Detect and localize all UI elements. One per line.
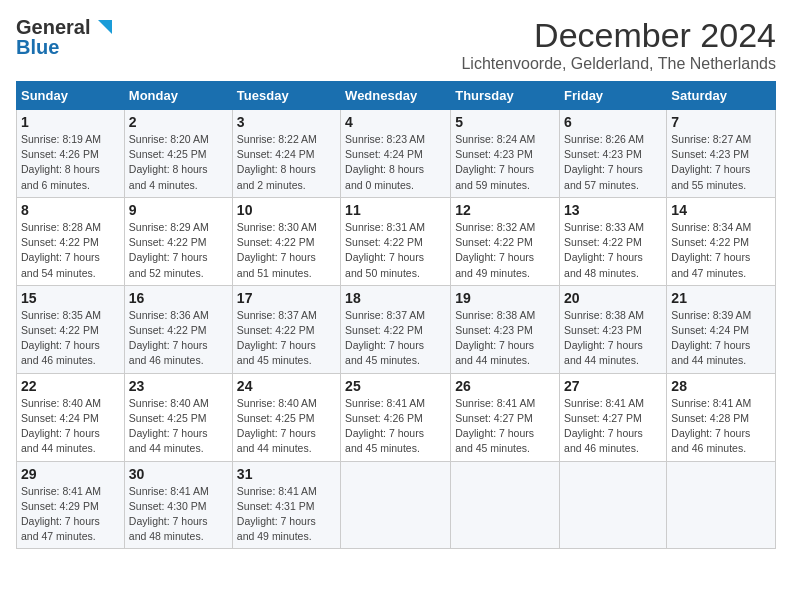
day-detail: Sunrise: 8:29 AMSunset: 4:22 PMDaylight:… [129, 220, 228, 281]
calendar-cell: 19Sunrise: 8:38 AMSunset: 4:23 PMDayligh… [451, 285, 560, 373]
calendar-week-row: 15Sunrise: 8:35 AMSunset: 4:22 PMDayligh… [17, 285, 776, 373]
day-detail: Sunrise: 8:36 AMSunset: 4:22 PMDaylight:… [129, 308, 228, 369]
day-number: 11 [345, 202, 446, 218]
day-number: 31 [237, 466, 336, 482]
day-number: 18 [345, 290, 446, 306]
day-number: 6 [564, 114, 662, 130]
day-number: 21 [671, 290, 771, 306]
calendar-cell [341, 461, 451, 549]
calendar-cell [667, 461, 776, 549]
day-detail: Sunrise: 8:40 AMSunset: 4:25 PMDaylight:… [129, 396, 228, 457]
title-area: December 2024 Lichtenvoorde, Gelderland,… [461, 16, 776, 73]
calendar-cell: 18Sunrise: 8:37 AMSunset: 4:22 PMDayligh… [341, 285, 451, 373]
calendar-cell: 31Sunrise: 8:41 AMSunset: 4:31 PMDayligh… [232, 461, 340, 549]
day-detail: Sunrise: 8:24 AMSunset: 4:23 PMDaylight:… [455, 132, 555, 193]
day-number: 8 [21, 202, 120, 218]
day-detail: Sunrise: 8:23 AMSunset: 4:24 PMDaylight:… [345, 132, 446, 193]
day-detail: Sunrise: 8:40 AMSunset: 4:25 PMDaylight:… [237, 396, 336, 457]
calendar-cell: 23Sunrise: 8:40 AMSunset: 4:25 PMDayligh… [124, 373, 232, 461]
svg-marker-0 [98, 20, 112, 34]
day-number: 26 [455, 378, 555, 394]
day-detail: Sunrise: 8:41 AMSunset: 4:27 PMDaylight:… [455, 396, 555, 457]
day-detail: Sunrise: 8:19 AMSunset: 4:26 PMDaylight:… [21, 132, 120, 193]
calendar-cell: 17Sunrise: 8:37 AMSunset: 4:22 PMDayligh… [232, 285, 340, 373]
day-detail: Sunrise: 8:38 AMSunset: 4:23 PMDaylight:… [564, 308, 662, 369]
day-number: 30 [129, 466, 228, 482]
day-number: 2 [129, 114, 228, 130]
calendar-header-row: SundayMondayTuesdayWednesdayThursdayFrid… [17, 82, 776, 110]
day-detail: Sunrise: 8:31 AMSunset: 4:22 PMDaylight:… [345, 220, 446, 281]
day-number: 10 [237, 202, 336, 218]
day-detail: Sunrise: 8:30 AMSunset: 4:22 PMDaylight:… [237, 220, 336, 281]
day-number: 20 [564, 290, 662, 306]
calendar-cell [451, 461, 560, 549]
calendar-table: SundayMondayTuesdayWednesdayThursdayFrid… [16, 81, 776, 549]
day-detail: Sunrise: 8:41 AMSunset: 4:27 PMDaylight:… [564, 396, 662, 457]
calendar-cell: 9Sunrise: 8:29 AMSunset: 4:22 PMDaylight… [124, 197, 232, 285]
day-detail: Sunrise: 8:20 AMSunset: 4:25 PMDaylight:… [129, 132, 228, 193]
day-number: 15 [21, 290, 120, 306]
day-detail: Sunrise: 8:41 AMSunset: 4:26 PMDaylight:… [345, 396, 446, 457]
day-detail: Sunrise: 8:22 AMSunset: 4:24 PMDaylight:… [237, 132, 336, 193]
calendar-cell: 16Sunrise: 8:36 AMSunset: 4:22 PMDayligh… [124, 285, 232, 373]
day-number: 16 [129, 290, 228, 306]
day-number: 13 [564, 202, 662, 218]
day-number: 5 [455, 114, 555, 130]
calendar-body: 1Sunrise: 8:19 AMSunset: 4:26 PMDaylight… [17, 110, 776, 549]
calendar-cell: 15Sunrise: 8:35 AMSunset: 4:22 PMDayligh… [17, 285, 125, 373]
day-number: 29 [21, 466, 120, 482]
day-detail: Sunrise: 8:41 AMSunset: 4:29 PMDaylight:… [21, 484, 120, 545]
calendar-cell: 27Sunrise: 8:41 AMSunset: 4:27 PMDayligh… [560, 373, 667, 461]
day-number: 24 [237, 378, 336, 394]
logo-text: General [16, 17, 90, 37]
logo: General Blue [16, 16, 106, 59]
calendar-cell: 8Sunrise: 8:28 AMSunset: 4:22 PMDaylight… [17, 197, 125, 285]
day-detail: Sunrise: 8:38 AMSunset: 4:23 PMDaylight:… [455, 308, 555, 369]
day-number: 3 [237, 114, 336, 130]
calendar-cell: 5Sunrise: 8:24 AMSunset: 4:23 PMDaylight… [451, 110, 560, 198]
day-number: 28 [671, 378, 771, 394]
day-detail: Sunrise: 8:41 AMSunset: 4:30 PMDaylight:… [129, 484, 228, 545]
calendar-cell: 28Sunrise: 8:41 AMSunset: 4:28 PMDayligh… [667, 373, 776, 461]
day-header-monday: Monday [124, 82, 232, 110]
calendar-cell [560, 461, 667, 549]
calendar-cell: 22Sunrise: 8:40 AMSunset: 4:24 PMDayligh… [17, 373, 125, 461]
day-number: 19 [455, 290, 555, 306]
day-header-thursday: Thursday [451, 82, 560, 110]
day-detail: Sunrise: 8:32 AMSunset: 4:22 PMDaylight:… [455, 220, 555, 281]
day-header-sunday: Sunday [17, 82, 125, 110]
calendar-cell: 29Sunrise: 8:41 AMSunset: 4:29 PMDayligh… [17, 461, 125, 549]
page-subtitle: Lichtenvoorde, Gelderland, The Netherlan… [461, 55, 776, 73]
calendar-cell: 6Sunrise: 8:26 AMSunset: 4:23 PMDaylight… [560, 110, 667, 198]
day-detail: Sunrise: 8:26 AMSunset: 4:23 PMDaylight:… [564, 132, 662, 193]
calendar-cell: 14Sunrise: 8:34 AMSunset: 4:22 PMDayligh… [667, 197, 776, 285]
day-number: 12 [455, 202, 555, 218]
day-number: 9 [129, 202, 228, 218]
calendar-cell: 11Sunrise: 8:31 AMSunset: 4:22 PMDayligh… [341, 197, 451, 285]
day-header-friday: Friday [560, 82, 667, 110]
day-number: 17 [237, 290, 336, 306]
calendar-cell: 24Sunrise: 8:40 AMSunset: 4:25 PMDayligh… [232, 373, 340, 461]
calendar-week-row: 29Sunrise: 8:41 AMSunset: 4:29 PMDayligh… [17, 461, 776, 549]
day-detail: Sunrise: 8:41 AMSunset: 4:28 PMDaylight:… [671, 396, 771, 457]
day-detail: Sunrise: 8:41 AMSunset: 4:31 PMDaylight:… [237, 484, 336, 545]
calendar-cell: 25Sunrise: 8:41 AMSunset: 4:26 PMDayligh… [341, 373, 451, 461]
day-header-wednesday: Wednesday [341, 82, 451, 110]
day-detail: Sunrise: 8:35 AMSunset: 4:22 PMDaylight:… [21, 308, 120, 369]
day-header-tuesday: Tuesday [232, 82, 340, 110]
calendar-week-row: 8Sunrise: 8:28 AMSunset: 4:22 PMDaylight… [17, 197, 776, 285]
day-detail: Sunrise: 8:39 AMSunset: 4:24 PMDaylight:… [671, 308, 771, 369]
calendar-cell: 30Sunrise: 8:41 AMSunset: 4:30 PMDayligh… [124, 461, 232, 549]
day-detail: Sunrise: 8:27 AMSunset: 4:23 PMDaylight:… [671, 132, 771, 193]
day-detail: Sunrise: 8:33 AMSunset: 4:22 PMDaylight:… [564, 220, 662, 281]
day-number: 1 [21, 114, 120, 130]
day-number: 25 [345, 378, 446, 394]
day-detail: Sunrise: 8:40 AMSunset: 4:24 PMDaylight:… [21, 396, 120, 457]
day-header-saturday: Saturday [667, 82, 776, 110]
calendar-cell: 4Sunrise: 8:23 AMSunset: 4:24 PMDaylight… [341, 110, 451, 198]
calendar-week-row: 1Sunrise: 8:19 AMSunset: 4:26 PMDaylight… [17, 110, 776, 198]
day-detail: Sunrise: 8:28 AMSunset: 4:22 PMDaylight:… [21, 220, 120, 281]
day-number: 7 [671, 114, 771, 130]
logo-blue-text: Blue [16, 36, 59, 59]
day-number: 14 [671, 202, 771, 218]
